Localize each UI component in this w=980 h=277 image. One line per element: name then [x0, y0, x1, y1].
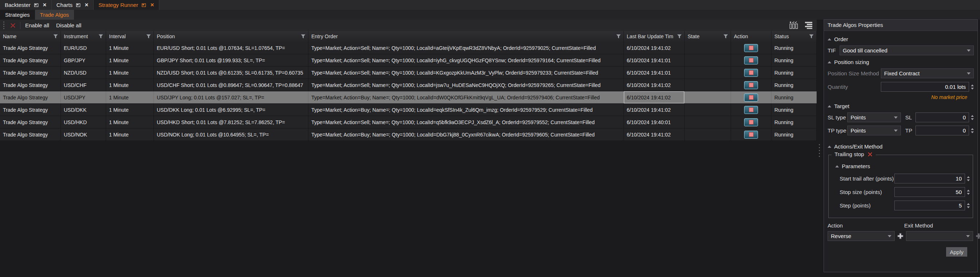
column-header-action[interactable]: Action [731, 31, 772, 42]
section-position-sizing[interactable]: Position sizing [827, 59, 974, 65]
section-target[interactable]: Target [827, 103, 974, 109]
filter-icon[interactable] [53, 34, 58, 39]
column-header-entry-order[interactable]: Entry Order [309, 31, 624, 42]
filter-icon[interactable] [99, 34, 103, 39]
cell-last-bar-update: 6/10/2024 19:41:02 [624, 104, 685, 116]
add-exit-method-icon[interactable] [975, 233, 980, 239]
tp-field[interactable]: 0 [915, 125, 969, 135]
add-action-icon[interactable] [897, 233, 904, 239]
cell-entry-order: Type=Market; Action=Buy; Name=; Qty=1000… [309, 128, 624, 141]
sl-stepper[interactable] [971, 115, 974, 120]
filter-icon[interactable] [616, 34, 621, 39]
filter-icon[interactable] [809, 34, 814, 39]
column-header-instrument[interactable]: Instrument [61, 31, 106, 42]
column-header-last-bar-update-tim[interactable]: Last Bar Update Tim [624, 31, 685, 42]
exit-method-label: Exit Method [904, 222, 933, 229]
cell-position: USD/JPY Long; 0.01 Lots @157.027; SL=, T… [154, 91, 309, 103]
column-header-label: Status [775, 33, 808, 39]
cell-instrument: NZD/USD [61, 66, 106, 79]
remove-strategy-icon[interactable] [10, 22, 16, 28]
column-header-interval[interactable]: Interval [106, 31, 154, 42]
subtabbar: Strategies Trade Algos [0, 10, 980, 20]
window-icon[interactable] [76, 3, 81, 7]
table-row-usd-chf[interactable]: Trade Algo StrategyUSD/CHF1 MinuteUSD/CH… [0, 79, 817, 91]
stop-size-stepper[interactable] [967, 190, 970, 195]
filter-icon[interactable] [146, 34, 151, 39]
close-icon[interactable]: ✕ [43, 2, 47, 8]
start-trail-after-stepper[interactable] [967, 176, 970, 181]
section-actions-exit-method[interactable]: Actions/Exit Method [827, 143, 974, 150]
quantity-stepper[interactable] [971, 84, 974, 90]
group-list-icon[interactable] [804, 22, 813, 29]
step-points-stepper[interactable] [967, 203, 970, 208]
cell-status: Running [772, 104, 817, 116]
column-header-name[interactable]: Name [0, 31, 61, 42]
stop-strategy-button[interactable] [744, 81, 758, 89]
cell-entry-order: Type=Market; Action=Buy; Name=; Qty=1000… [309, 91, 624, 103]
tp-stepper[interactable] [971, 128, 974, 133]
section-parameters[interactable]: Parameters [835, 163, 970, 169]
toolbar-drag-handle[interactable] [3, 22, 5, 29]
position-size-method-select[interactable]: Fixed Contract [881, 68, 974, 78]
exit-method-select[interactable] [906, 231, 973, 241]
tab-strategy-runner[interactable]: Strategy Runner ✕ [94, 0, 159, 10]
chevron-down-icon [966, 235, 970, 237]
table-row-usd-hkd[interactable]: Trade Algo StrategyUSD/HKD1 MinuteUSD/HK… [0, 116, 817, 128]
stop-size-field[interactable]: 50 [894, 187, 965, 197]
table-row-nzd-usd[interactable]: Trade Algo StrategyNZD/USD1 MinuteNZD/US… [0, 66, 817, 79]
tab-strategies[interactable]: Strategies [0, 10, 35, 20]
section-label: Order [834, 36, 848, 42]
stop-strategy-button[interactable] [744, 131, 758, 139]
remove-x-icon[interactable] [867, 152, 873, 157]
tab-backtester[interactable]: Backtester ✕ [0, 0, 52, 10]
tif-select[interactable]: Good till cancelled [840, 46, 974, 55]
enable-all-button[interactable]: Enable all [25, 22, 49, 28]
stop-strategy-button[interactable] [744, 118, 758, 126]
column-header-label: Interval [109, 33, 145, 39]
cell-position: GBP/JPY Short; 0.01 Lots @199.933; SL=, … [154, 54, 309, 66]
column-header-position[interactable]: Position [154, 31, 309, 42]
close-icon[interactable]: ✕ [84, 2, 89, 8]
tab-charts[interactable]: Charts ✕ [52, 0, 94, 10]
sl-label: SL [905, 114, 915, 120]
step-points-field[interactable]: 5 [894, 201, 965, 211]
apply-button[interactable]: Apply [946, 247, 967, 256]
stop-strategy-button[interactable] [744, 93, 758, 101]
stop-strategy-button[interactable] [744, 69, 758, 77]
sl-type-label: SL type [827, 114, 847, 120]
column-chooser-icon[interactable] [789, 21, 799, 30]
column-header-status[interactable]: Status [772, 31, 817, 42]
tp-type-select[interactable]: Points [847, 125, 901, 135]
filter-icon[interactable] [677, 34, 682, 39]
collapse-arrow-icon [827, 105, 831, 108]
subtab-label: Trade Algos [40, 12, 69, 18]
quantity-field[interactable]: 0.01 lots [881, 82, 969, 92]
disable-all-button[interactable]: Disable all [56, 22, 81, 28]
window-icon[interactable] [142, 3, 146, 7]
stop-strategy-button[interactable] [744, 106, 758, 114]
table-row-usd-nok[interactable]: Trade Algo StrategyUSD/NOK1 MinuteUSD/NO… [0, 128, 817, 141]
sl-type-select[interactable]: Points [847, 112, 901, 122]
toolbar-separator [20, 22, 21, 29]
column-header-state[interactable]: State [685, 31, 731, 42]
filter-icon[interactable] [723, 34, 728, 39]
action-select[interactable]: Reverse [827, 231, 895, 241]
cell-last-bar-update: 6/10/2024 19:41:01 [624, 66, 685, 79]
section-order[interactable]: Order [827, 36, 974, 42]
table-row-eur-usd[interactable]: Trade Algo StrategyEUR/USD1 MinuteEUR/US… [0, 42, 817, 54]
filter-icon[interactable] [301, 34, 305, 39]
table-row-usd-dkk[interactable]: Trade Algo StrategyUSD/DKK1 MinuteUSD/DK… [0, 104, 817, 116]
cell-action [731, 79, 772, 91]
stop-strategy-button[interactable] [744, 56, 758, 65]
table-row-usd-jpy[interactable]: Trade Algo StrategyUSD/JPY1 MinuteUSD/JP… [0, 91, 817, 104]
window-icon[interactable] [34, 3, 39, 7]
cell-interval: 1 Minute [106, 116, 154, 128]
start-trail-after-field[interactable]: 10 [894, 174, 965, 184]
stop-strategy-button[interactable] [744, 44, 758, 52]
cell-name: Trade Algo Strategy [0, 79, 61, 91]
table-row-gbp-jpy[interactable]: Trade Algo StrategyGBP/JPY1 MinuteGBP/JP… [0, 54, 817, 66]
panel-splitter-handle[interactable] [819, 144, 820, 157]
tab-trade-algos[interactable]: Trade Algos [35, 10, 75, 20]
close-icon[interactable]: ✕ [150, 2, 154, 8]
sl-field[interactable]: 0 [915, 112, 969, 122]
